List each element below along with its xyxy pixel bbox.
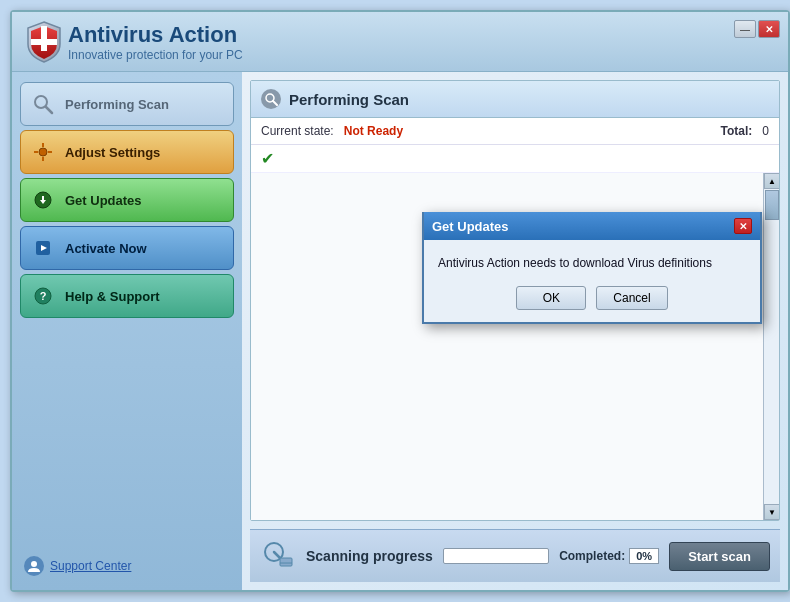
svg-line-15 [273, 101, 277, 105]
dialog-message: Antivirus Action needs to download Virus… [438, 256, 746, 270]
svg-text:?: ? [40, 290, 47, 302]
close-button[interactable]: ✕ [758, 20, 780, 38]
dialog-body: Antivirus Action needs to download Virus… [424, 240, 760, 322]
scroll-track [764, 189, 779, 504]
minimize-button[interactable]: — [734, 20, 756, 38]
checkmark-icon: ✔ [261, 150, 274, 167]
performing-scan-icon [29, 90, 57, 118]
sidebar-bottom: Support Center [20, 552, 234, 580]
app-title-area: Antivirus Action Innovative protection f… [68, 22, 780, 62]
svg-rect-6 [42, 157, 44, 161]
start-scan-button[interactable]: Start scan [669, 542, 770, 571]
completed-text: Completed: 0% [559, 548, 659, 564]
sidebar-item-help-support[interactable]: ? Help & Support [20, 274, 234, 318]
window-body: Performing Scan Adjust Settings [12, 72, 788, 590]
sidebar-item-activate-now[interactable]: Activate Now [20, 226, 234, 270]
dialog-buttons: OK Cancel [438, 286, 746, 310]
support-center-icon [24, 556, 44, 576]
total-text: Total: 0 [721, 124, 770, 138]
help-support-label: Help & Support [65, 289, 160, 304]
total-label: Total: [721, 124, 753, 138]
scanning-progress-icon [260, 538, 296, 574]
sidebar-item-performing-scan[interactable]: Performing Scan [20, 82, 234, 126]
scan-check-row: ✔ [251, 145, 779, 173]
app-title: Antivirus Action [68, 22, 780, 48]
svg-rect-18 [280, 558, 292, 566]
progress-bar [443, 548, 549, 564]
dialog-title-bar: Get Updates ✕ [424, 212, 760, 240]
status-prefix: Current state: [261, 124, 334, 138]
completed-label-text: Completed: [559, 549, 625, 563]
status-value: Not Ready [344, 124, 403, 138]
activate-now-label: Activate Now [65, 241, 147, 256]
get-updates-dialog: Get Updates ✕ Antivirus Action needs to … [422, 212, 762, 324]
status-text: Current state: Not Ready [261, 124, 403, 138]
main-content: risA.com Performing Scan Current state: [242, 72, 788, 590]
scroll-thumb[interactable] [765, 190, 779, 220]
scroll-down-arrow[interactable]: ▼ [764, 504, 779, 520]
main-window: Antivirus Action Innovative protection f… [10, 10, 790, 592]
scan-status-bar: Current state: Not Ready Total: 0 [251, 118, 779, 145]
dialog-cancel-button[interactable]: Cancel [596, 286, 667, 310]
dialog-close-button[interactable]: ✕ [734, 218, 752, 234]
svg-point-13 [31, 561, 37, 567]
svg-line-3 [46, 107, 52, 113]
scan-panel-title: Performing Scan [289, 91, 409, 108]
bottom-scan-bar: Scanning progress Completed: 0% Start sc… [250, 529, 780, 582]
svg-rect-7 [34, 151, 38, 153]
scan-panel-icon [261, 89, 281, 109]
svg-rect-5 [42, 143, 44, 147]
completed-value: 0% [629, 548, 659, 564]
dialog-ok-button[interactable]: OK [516, 286, 586, 310]
activate-now-icon [29, 234, 57, 262]
adjust-settings-icon [29, 138, 57, 166]
scroll-bar[interactable]: ▲ ▼ [763, 173, 779, 520]
app-logo [20, 18, 68, 66]
total-value: 0 [762, 124, 769, 138]
performing-scan-label: Performing Scan [65, 97, 169, 112]
sidebar-item-adjust-settings[interactable]: Adjust Settings [20, 130, 234, 174]
scroll-up-arrow[interactable]: ▲ [764, 173, 779, 189]
sidebar-item-get-updates[interactable]: Get Updates [20, 178, 234, 222]
window-controls: — ✕ [734, 20, 780, 38]
adjust-settings-label: Adjust Settings [65, 145, 160, 160]
svg-rect-8 [48, 151, 52, 153]
dialog-title: Get Updates [432, 219, 509, 234]
get-updates-label: Get Updates [65, 193, 142, 208]
sidebar: Performing Scan Adjust Settings [12, 72, 242, 590]
svg-point-4 [39, 148, 47, 156]
support-center-link[interactable]: Support Center [50, 559, 131, 573]
scanning-progress-label: Scanning progress [306, 548, 433, 564]
app-subtitle: Innovative protection for your PC [68, 48, 780, 62]
get-updates-icon [29, 186, 57, 214]
help-support-icon: ? [29, 282, 57, 310]
svg-rect-1 [41, 26, 47, 51]
title-bar: Antivirus Action Innovative protection f… [12, 12, 788, 72]
scan-panel-header: Performing Scan [251, 81, 779, 118]
